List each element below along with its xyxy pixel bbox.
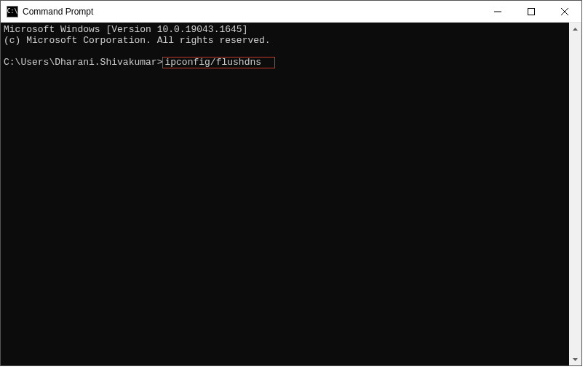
vertical-scrollbar[interactable] — [569, 23, 581, 365]
maximize-icon — [528, 8, 535, 15]
scroll-down-button[interactable] — [569, 353, 581, 365]
chevron-up-icon — [573, 28, 578, 31]
prompt-text: C:\Users\Dharani.Shivakumar> — [4, 57, 162, 68]
close-icon — [561, 8, 568, 15]
window-title: Command Prompt — [23, 7, 481, 17]
copyright-line: (c) Microsoft Corporation. All rights re… — [4, 35, 271, 46]
trailing-space — [261, 57, 273, 68]
command-text: ipconfig/flushdns — [164, 57, 261, 68]
app-icon: C:\ — [7, 6, 18, 17]
command-highlight: ipconfig/flushdns — [162, 57, 274, 68]
titlebar: C:\ Command Prompt — [1, 1, 581, 23]
minimize-icon — [494, 8, 501, 15]
version-line: Microsoft Windows [Version 10.0.19043.16… — [4, 24, 247, 35]
svg-marker-5 — [573, 358, 578, 361]
svg-marker-4 — [573, 28, 578, 31]
prompt-line: C:\Users\Dharani.Shivakumar>ipconfig/flu… — [4, 57, 275, 68]
svg-rect-1 — [528, 8, 535, 15]
terminal-output[interactable]: Microsoft Windows [Version 10.0.19043.16… — [1, 23, 569, 365]
minimize-button[interactable] — [481, 1, 514, 22]
content-area: Microsoft Windows [Version 10.0.19043.16… — [1, 23, 581, 365]
chevron-down-icon — [573, 358, 578, 361]
maximize-button[interactable] — [514, 1, 548, 22]
close-button[interactable] — [548, 1, 581, 22]
scroll-up-button[interactable] — [569, 23, 581, 35]
command-prompt-window: C:\ Command Prompt Microsoft Windows [Ve… — [0, 0, 582, 366]
window-controls — [481, 1, 581, 22]
